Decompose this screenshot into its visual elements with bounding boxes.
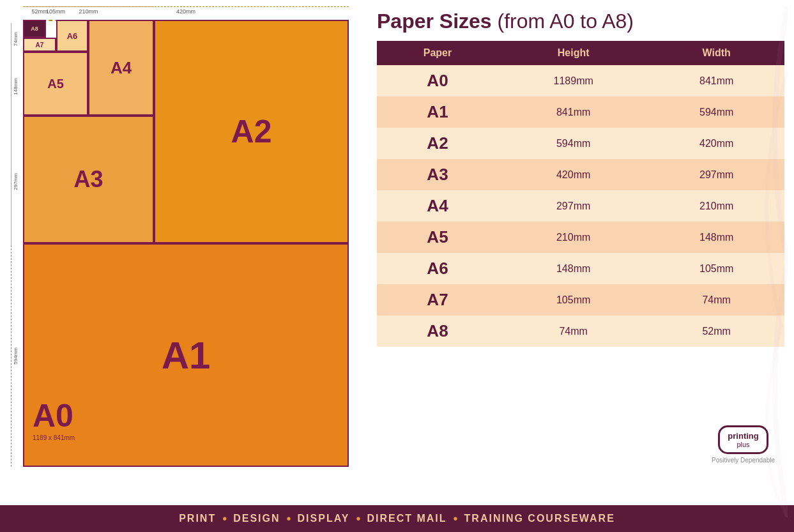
table-row: A6148mm105mm bbox=[377, 253, 784, 284]
table-row: A7105mm74mm bbox=[377, 284, 784, 315]
a5-label: A5 bbox=[47, 77, 64, 91]
a4-label: A4 bbox=[111, 58, 132, 78]
cell-height-a0: 1189mm bbox=[498, 65, 648, 96]
logo-box: printing plus bbox=[718, 425, 768, 454]
cell-height-a2: 594mm bbox=[498, 128, 648, 159]
left-meas-148: 148mm bbox=[13, 78, 19, 95]
cell-paper-a3: A3 bbox=[377, 159, 498, 190]
bottom-item-print: Print bbox=[179, 513, 216, 524]
table-row: A1841mm594mm bbox=[377, 96, 784, 128]
sizes-table: Paper Height Width A01189mm841mmA1841mm5… bbox=[377, 41, 784, 347]
table-row: A3420mm297mm bbox=[377, 159, 784, 190]
cell-width-a7: 74mm bbox=[648, 284, 784, 315]
a6-label: A6 bbox=[67, 31, 78, 41]
bottom-item-training: Training Courseware bbox=[464, 513, 615, 524]
cell-width-a2: 420mm bbox=[648, 128, 784, 159]
a7-label: A7 bbox=[36, 42, 44, 49]
dot-2: • bbox=[287, 512, 291, 526]
title-bold: Paper Sizes bbox=[377, 10, 492, 33]
cell-height-a4: 297mm bbox=[498, 190, 648, 222]
page-title: Paper Sizes (from A0 to A8) bbox=[377, 10, 784, 33]
left-meas-74: 74mm bbox=[13, 32, 19, 46]
diagram-body: 74mm 148mm 297mm 594mm bbox=[6, 20, 364, 467]
col-height: Height bbox=[498, 41, 648, 65]
a2-label: A2 bbox=[231, 113, 272, 150]
right-panel: Paper Sizes (from A0 to A8) Paper Height… bbox=[370, 6, 788, 502]
cell-paper-a6: A6 bbox=[377, 253, 498, 284]
a2-box: A2 bbox=[154, 20, 349, 243]
a4-box: A4 bbox=[88, 20, 154, 116]
a5-box: A5 bbox=[23, 52, 88, 116]
a8-box: A8 bbox=[23, 20, 46, 38]
a0-label: A0 bbox=[33, 398, 73, 434]
table-row: A874mm52mm bbox=[377, 315, 784, 347]
a7-box: A7 bbox=[23, 38, 56, 52]
table-row: A5210mm148mm bbox=[377, 222, 784, 253]
cell-paper-a8: A8 bbox=[377, 315, 498, 347]
dot-3: • bbox=[356, 512, 360, 526]
left-meas-594: 594mm bbox=[13, 347, 19, 365]
table-row: A4297mm210mm bbox=[377, 190, 784, 222]
cell-width-a8: 52mm bbox=[648, 315, 784, 347]
logo-tagline: Positively Dependable bbox=[712, 457, 775, 464]
a8-label: A8 bbox=[31, 26, 38, 32]
cell-paper-a1: A1 bbox=[377, 96, 498, 128]
col-paper: Paper bbox=[377, 41, 498, 65]
diagram-panel: 52mm 105mm 210mm 420mm 74mm 148mm bbox=[6, 6, 364, 502]
dot-1: • bbox=[222, 512, 227, 526]
logo-printing: printing bbox=[728, 431, 758, 441]
cell-width-a4: 210mm bbox=[648, 190, 784, 222]
paper-diagram: A1 A2 A3 A4 A5 bbox=[23, 20, 349, 467]
bottom-item-mail: Direct Mail bbox=[367, 513, 447, 524]
a1-label: A1 bbox=[162, 333, 211, 377]
main-content: 52mm 105mm 210mm 420mm 74mm 148mm bbox=[0, 0, 794, 505]
cell-height-a5: 210mm bbox=[498, 222, 648, 253]
cell-paper-a2: A2 bbox=[377, 128, 498, 159]
top-meas-420: 420mm bbox=[23, 6, 349, 15]
cell-height-a3: 420mm bbox=[498, 159, 648, 190]
left-meas-297: 297mm bbox=[13, 173, 19, 190]
bottom-bar: Print • Design • Display • Direct Mail •… bbox=[0, 505, 794, 532]
cell-height-a8: 74mm bbox=[498, 315, 648, 347]
cell-height-a6: 148mm bbox=[498, 253, 648, 284]
cell-paper-a4: A4 bbox=[377, 190, 498, 222]
cell-paper-a0: A0 bbox=[377, 65, 498, 96]
a6-box: A6 bbox=[56, 20, 88, 52]
cell-width-a6: 105mm bbox=[648, 253, 784, 284]
cell-width-a0: 841mm bbox=[648, 65, 784, 96]
table-header-row: Paper Height Width bbox=[377, 41, 784, 65]
bottom-item-display: Display bbox=[298, 513, 350, 524]
a3-label: A3 bbox=[73, 166, 103, 193]
a0-dimensions: 1189 x 841mm bbox=[33, 434, 75, 441]
title-subtitle: (from A0 to A8) bbox=[498, 10, 634, 33]
bottom-item-design: Design bbox=[233, 513, 280, 524]
col-width: Width bbox=[648, 41, 784, 65]
cell-width-a1: 594mm bbox=[648, 96, 784, 128]
logo-plus: plus bbox=[737, 441, 749, 448]
dot-4: • bbox=[454, 512, 458, 526]
cell-width-a5: 148mm bbox=[648, 222, 784, 253]
cell-width-a3: 297mm bbox=[648, 159, 784, 190]
logo-area: printing plus Positively Dependable bbox=[712, 425, 775, 464]
table-row: A2594mm420mm bbox=[377, 128, 784, 159]
a0-label-area: A0 1189 x 841mm bbox=[33, 397, 75, 441]
cell-height-a7: 105mm bbox=[498, 284, 648, 315]
table-body: A01189mm841mmA1841mm594mmA2594mm420mmA34… bbox=[377, 65, 784, 347]
cell-height-a1: 841mm bbox=[498, 96, 648, 128]
cell-paper-a5: A5 bbox=[377, 222, 498, 253]
table-row: A01189mm841mm bbox=[377, 65, 784, 96]
a3-box: A3 bbox=[23, 116, 154, 243]
cell-paper-a7: A7 bbox=[377, 284, 498, 315]
